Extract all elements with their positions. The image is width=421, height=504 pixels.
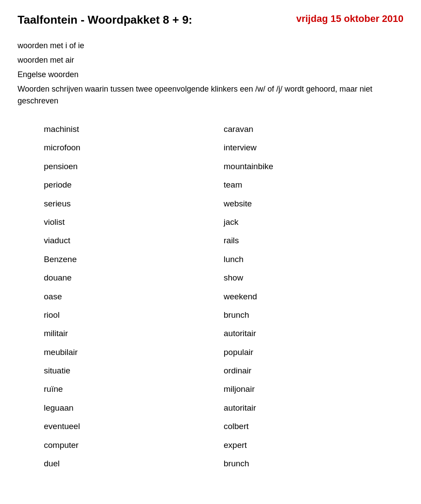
word-right-12: populair [224, 343, 403, 362]
word-left-16: eventueel [44, 417, 224, 436]
word-left-1: microfoon [44, 138, 224, 157]
word-right-3: team [224, 176, 403, 194]
word-right-10: brunch [224, 306, 403, 324]
word-right-4: website [224, 195, 403, 213]
word-right-1: interview [224, 138, 403, 157]
word-left-8: douane [44, 269, 224, 287]
page-title: Taalfontein - Woordpakket 8 + 9: [18, 13, 193, 27]
word-left-6: viaduct [44, 231, 224, 250]
word-left-15: leguaan [44, 399, 224, 417]
word-left-12: meubilair [44, 343, 224, 362]
word-right-14: miljonair [224, 380, 403, 398]
word-left-10: riool [44, 306, 224, 324]
word-right-17: expert [224, 436, 403, 454]
subtitle-line-3: Engelse woorden [18, 69, 403, 81]
words-grid: machinistcaravanmicrofooninterviewpensio… [18, 120, 403, 473]
subtitle-line-4: Woorden schrijven waarin tussen twee ope… [18, 83, 403, 107]
word-right-9: weekend [224, 287, 403, 306]
page-date: vrijdag 15 oktober 2010 [296, 13, 403, 25]
word-right-8: show [224, 269, 403, 287]
subtitle-section: woorden met i of ie woorden met air Enge… [18, 40, 403, 107]
word-right-13: ordinair [224, 362, 403, 380]
word-left-18: duel [44, 454, 224, 473]
word-left-4: serieus [44, 195, 224, 213]
word-left-7: Benzene [44, 250, 224, 269]
word-right-6: rails [224, 231, 403, 250]
word-left-11: militair [44, 324, 224, 343]
word-right-2: mountainbike [224, 157, 403, 176]
word-right-7: lunch [224, 250, 403, 269]
word-left-9: oase [44, 287, 224, 306]
word-left-17: computer [44, 436, 224, 454]
subtitle-line-2: woorden met air [18, 54, 403, 66]
word-left-2: pensioen [44, 157, 224, 176]
word-right-0: caravan [224, 120, 403, 138]
word-right-16: colbert [224, 417, 403, 436]
page-header: Taalfontein - Woordpakket 8 + 9: vrijdag… [18, 13, 403, 27]
word-left-0: machinist [44, 120, 224, 138]
word-left-5: violist [44, 213, 224, 231]
word-left-14: ruïne [44, 380, 224, 398]
word-left-13: situatie [44, 362, 224, 380]
word-right-11: autoritair [224, 324, 403, 343]
subtitle-line-1: woorden met i of ie [18, 40, 403, 52]
word-left-3: periode [44, 176, 224, 194]
word-right-5: jack [224, 213, 403, 231]
word-right-15: autoritair [224, 399, 403, 417]
word-right-18: brunch [224, 454, 403, 473]
